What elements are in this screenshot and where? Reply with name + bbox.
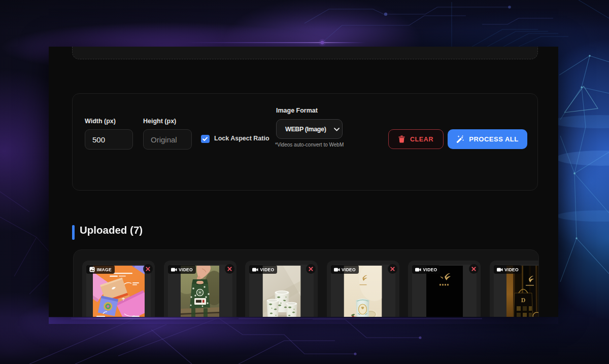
svg-text:D: D	[521, 297, 526, 304]
